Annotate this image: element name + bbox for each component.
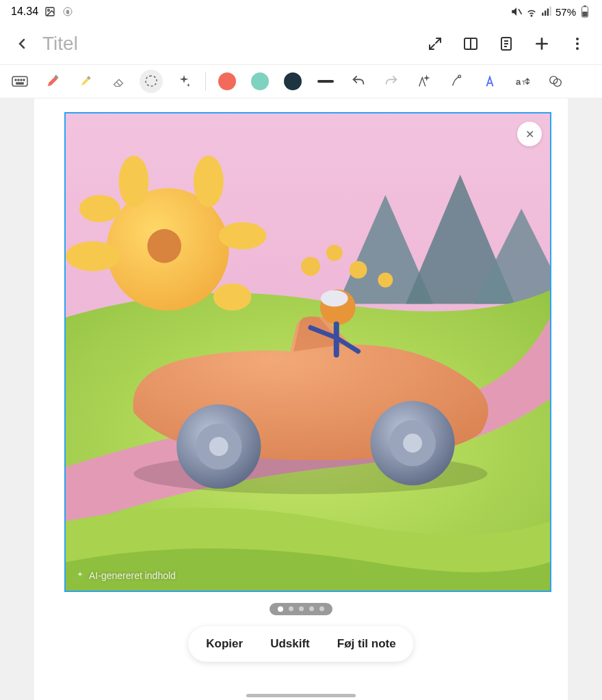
svg-rect-7 — [545, 11, 546, 16]
canvas-area[interactable]: ✕ AI-genereret indhold Kopier Udskift Fø… — [0, 98, 602, 700]
convert-tool[interactable] — [445, 70, 469, 93]
pen-tool[interactable] — [41, 70, 64, 93]
separator — [205, 72, 206, 91]
highlighter-tool[interactable] — [74, 70, 97, 93]
svg-point-26 — [18, 79, 19, 81]
unread-icon: 8 — [62, 5, 74, 18]
close-icon: ✕ — [525, 128, 534, 141]
svg-line-4 — [519, 9, 522, 14]
back-button[interactable] — [11, 33, 33, 55]
add-button[interactable] — [528, 30, 555, 57]
eraser-tool[interactable] — [107, 70, 130, 93]
ai-label-text: AI-genereret indhold — [89, 570, 176, 581]
ai-image-illustration — [66, 113, 550, 591]
svg-rect-29 — [16, 83, 23, 84]
svg-point-51 — [378, 273, 393, 288]
svg-point-49 — [326, 245, 343, 261]
add-to-note-button[interactable]: Føj til note — [324, 634, 410, 654]
pager-dot[interactable] — [278, 606, 283, 612]
color-swatch-3[interactable] — [281, 70, 304, 93]
gallery-icon — [44, 5, 56, 18]
battery-icon — [579, 5, 591, 18]
color-swatch-2[interactable] — [248, 70, 272, 93]
svg-point-33 — [458, 75, 461, 78]
pager-dot[interactable] — [309, 606, 314, 611]
drawing-toolbar: aT — [0, 64, 602, 98]
undo-button[interactable] — [347, 70, 370, 93]
svg-point-23 — [576, 47, 579, 50]
svg-rect-11 — [584, 5, 586, 7]
svg-text:a: a — [516, 77, 521, 87]
svg-point-41 — [147, 229, 181, 263]
svg-point-58 — [403, 433, 422, 453]
svg-rect-9 — [549, 7, 551, 16]
expand-button[interactable] — [421, 30, 449, 57]
image-pager[interactable] — [270, 603, 332, 615]
svg-rect-12 — [582, 12, 587, 16]
status-bar: 14.34 8 57% — [0, 0, 602, 23]
auto-shape-tool[interactable] — [413, 70, 436, 93]
app-header: Titel — [0, 23, 602, 64]
svg-point-44 — [194, 156, 224, 208]
svg-text:8: 8 — [66, 9, 69, 15]
svg-point-22 — [576, 42, 579, 45]
note-page[interactable]: ✕ AI-genereret indhold Kopier Udskift Fø… — [34, 98, 568, 700]
svg-point-1 — [48, 10, 50, 12]
image-actions: Kopier Udskift Føj til note — [188, 626, 413, 662]
pager-dot[interactable] — [319, 606, 324, 611]
replace-button[interactable]: Udskift — [257, 634, 324, 654]
svg-point-55 — [209, 437, 228, 456]
sparkle-tool[interactable] — [172, 70, 196, 93]
keyboard-tool[interactable] — [8, 70, 31, 93]
svg-point-47 — [213, 284, 252, 311]
svg-rect-24 — [12, 77, 27, 86]
lasso-tool[interactable] — [140, 70, 163, 93]
svg-point-46 — [79, 195, 120, 222]
shape-overlap-tool[interactable] — [544, 70, 567, 93]
reader-button[interactable] — [457, 30, 484, 57]
svg-point-50 — [350, 261, 367, 279]
ai-generated-label: AI-genereret indhold — [75, 570, 176, 581]
mute-icon — [510, 5, 523, 18]
pager-dot[interactable] — [289, 606, 293, 611]
more-button[interactable] — [564, 30, 591, 57]
stroke-width[interactable] — [314, 70, 337, 93]
svg-point-25 — [15, 79, 16, 81]
close-image-button[interactable]: ✕ — [517, 122, 542, 146]
svg-point-21 — [576, 38, 579, 40]
svg-line-32 — [116, 82, 120, 86]
pager-dot[interactable] — [299, 606, 304, 611]
wifi-icon — [525, 5, 538, 18]
svg-point-60 — [321, 291, 348, 307]
copy-button[interactable]: Kopier — [192, 634, 257, 654]
page-button[interactable] — [493, 30, 520, 57]
note-title-input[interactable]: Titel — [42, 33, 412, 55]
svg-point-42 — [66, 241, 120, 271]
signal-icon — [540, 5, 553, 18]
svg-point-43 — [219, 222, 267, 250]
status-time: 14.34 — [11, 5, 38, 18]
navigation-handle[interactable] — [246, 694, 356, 697]
svg-rect-6 — [542, 13, 543, 16]
svg-point-45 — [119, 156, 149, 208]
svg-point-48 — [301, 257, 320, 276]
battery-percent: 57% — [555, 6, 576, 18]
redo-button[interactable] — [380, 70, 403, 93]
text-style-tool[interactable] — [478, 70, 501, 93]
generated-image[interactable]: ✕ AI-genereret indhold — [64, 112, 551, 592]
color-swatch-1[interactable] — [215, 70, 239, 93]
svg-point-28 — [23, 79, 25, 81]
svg-point-27 — [21, 79, 22, 81]
font-size-tool[interactable]: aT — [511, 70, 534, 93]
svg-rect-8 — [547, 9, 549, 16]
svg-point-5 — [531, 15, 532, 16]
